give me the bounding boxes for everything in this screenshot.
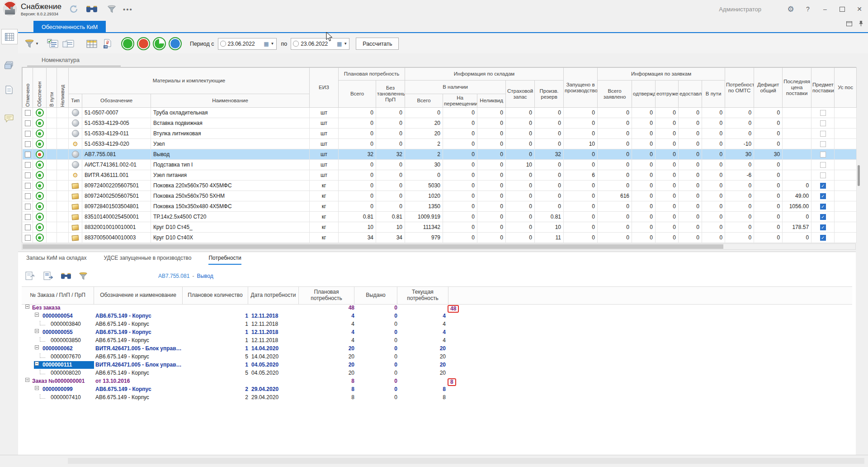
col-header-last-price[interactable]: Последняя цена поставки bbox=[783, 68, 811, 108]
list-item[interactable]: 0000000054АВ6.675.149 - Корпус112.11.201… bbox=[22, 312, 852, 320]
col-header-request-transit[interactable]: В пути bbox=[702, 81, 725, 108]
order-number[interactable]: 0000000055 bbox=[42, 329, 73, 335]
table-row[interactable]: 835101400025450001ТР.14х2.5х4500 СТ20кг0… bbox=[23, 212, 857, 222]
horizontal-scrollbar-thumb[interactable] bbox=[23, 244, 723, 249]
col-header-secured[interactable]: Обеспечен bbox=[33, 68, 47, 108]
settings-gear-icon[interactable]: ⚙ bbox=[782, 2, 799, 16]
col-header-name[interactable]: Наименование bbox=[151, 94, 310, 108]
cell-marked[interactable] bbox=[23, 201, 33, 212]
band-requests-info[interactable]: Информация по заявкам bbox=[598, 68, 725, 81]
cell-marked[interactable] bbox=[23, 108, 33, 118]
row-checkbox[interactable] bbox=[25, 183, 31, 189]
col-header-designation[interactable]: Обозначение bbox=[82, 94, 151, 108]
row-checkbox[interactable] bbox=[25, 152, 31, 157]
tab-obespechennost-kim[interactable]: Обеспеченность КиМ bbox=[33, 21, 106, 33]
subject-checkbox[interactable]: ✓ bbox=[820, 183, 826, 189]
subject-checkbox[interactable]: ✓ bbox=[820, 193, 826, 199]
close-button[interactable]: ✕ bbox=[851, 2, 868, 16]
subject-checkbox[interactable]: ✓ bbox=[820, 214, 826, 220]
cell-subject[interactable]: ✓ bbox=[811, 233, 835, 243]
band-plan-need[interactable]: Плановая потребность bbox=[339, 68, 405, 81]
tab-stocks[interactable]: Запасы КиМ на складах bbox=[26, 255, 86, 265]
list-item[interactable]: 0000003850АВ6.675.149 - Корпус112.11.201… bbox=[22, 337, 852, 345]
order-number[interactable]: 0000000062 bbox=[42, 345, 73, 352]
col-date[interactable]: Дата потребности bbox=[248, 287, 299, 304]
cell-marked[interactable] bbox=[23, 118, 33, 129]
expander-icon[interactable] bbox=[35, 313, 39, 317]
sidebar-item-document[interactable] bbox=[0, 81, 18, 98]
status-filter-unsecured-button[interactable] bbox=[137, 37, 150, 50]
col-header-illiquid2[interactable]: Неликвид bbox=[477, 94, 506, 108]
pin-icon[interactable] bbox=[859, 20, 863, 27]
subject-checkbox[interactable] bbox=[820, 120, 826, 126]
status-filter-secured-button[interactable] bbox=[121, 37, 134, 50]
filter-icon[interactable] bbox=[79, 272, 88, 281]
refresh-icon[interactable] bbox=[67, 3, 80, 15]
minimize-button[interactable]: – bbox=[816, 2, 834, 16]
band-warehouse-info[interactable]: Информация по складам bbox=[405, 68, 564, 81]
table-row[interactable]: 51-0533-4129-011Втулка литниковаяшт00200… bbox=[23, 129, 857, 139]
help-button[interactable]: ? bbox=[799, 2, 816, 16]
vertical-scrollbar-thumb[interactable] bbox=[858, 165, 860, 186]
chevron-down-icon[interactable]: ▼ bbox=[344, 42, 347, 46]
row-checkbox[interactable] bbox=[25, 193, 31, 199]
band-materials[interactable]: Материалы и комплектующие bbox=[69, 68, 310, 94]
period-from-field[interactable]: 23.06.2022 ▦ ▼ bbox=[218, 38, 277, 50]
calendar-icon[interactable]: ▦ bbox=[337, 42, 342, 46]
cell-marked[interactable] bbox=[23, 212, 33, 222]
cell-marked[interactable] bbox=[23, 181, 33, 191]
column-chooser-icon[interactable] bbox=[47, 36, 59, 52]
col-header-deficit[interactable]: Дефицит общий bbox=[754, 68, 783, 108]
cell-subject[interactable] bbox=[811, 129, 835, 139]
footer-scrollbar-track[interactable] bbox=[68, 458, 864, 464]
expander-icon[interactable] bbox=[25, 305, 29, 309]
list-item[interactable]: 0000007410АВ6.675.149 - Корпус229.04.202… bbox=[22, 394, 852, 402]
cell-subject[interactable] bbox=[811, 108, 835, 118]
order-number[interactable]: 0000007410 bbox=[51, 394, 81, 400]
row-checkbox[interactable] bbox=[25, 235, 31, 241]
subject-checkbox[interactable]: ✓ bbox=[820, 204, 826, 210]
order-number[interactable]: 0000003850 bbox=[51, 337, 81, 343]
cell-subject[interactable]: ✓ bbox=[811, 201, 835, 212]
export-doc-icon[interactable] bbox=[24, 271, 35, 281]
table-row[interactable]: 51-0507-0007Труба охладительнаяшт0000000… bbox=[23, 108, 857, 118]
list-item[interactable]: 0000007670АВ6.675.149 - Корпус514.04.202… bbox=[22, 353, 852, 361]
subject-checkbox[interactable] bbox=[820, 131, 826, 137]
subject-checkbox[interactable]: ✓ bbox=[820, 224, 826, 230]
status-filter-partial-button[interactable] bbox=[153, 37, 166, 50]
col-header-in-transit[interactable]: В пути bbox=[47, 68, 57, 108]
cell-marked[interactable] bbox=[23, 222, 33, 233]
chevron-down-icon[interactable]: ▼ bbox=[271, 42, 274, 46]
list-item[interactable]: Заказ №0000000001от 13.10.2016808 bbox=[22, 377, 852, 386]
col-header-prod-reserve[interactable]: Произв. резерв bbox=[535, 81, 564, 108]
order-number[interactable]: 0000008020 bbox=[51, 370, 81, 376]
table-row[interactable]: 809728401503504801Поковка 150x350x480 4Х… bbox=[23, 201, 857, 212]
order-number[interactable]: 0000000099 bbox=[42, 386, 73, 392]
col-header-not-delivered[interactable]: едоставлен bbox=[679, 81, 702, 108]
row-checkbox[interactable] bbox=[25, 172, 31, 178]
subject-checkbox[interactable] bbox=[820, 141, 826, 147]
col-issued[interactable]: Выдано bbox=[354, 287, 397, 304]
sidebar-item-stack[interactable] bbox=[0, 57, 18, 73]
col-header-type[interactable]: Тип bbox=[69, 94, 82, 108]
col-plan-qty[interactable]: Плановое количество bbox=[183, 287, 248, 304]
tab-launched[interactable]: УДСЕ запущенные в производство bbox=[104, 255, 191, 265]
subject-checkbox[interactable] bbox=[820, 172, 826, 178]
list-item[interactable]: Без заказа48048 bbox=[22, 304, 852, 312]
filter-icon[interactable] bbox=[105, 3, 118, 15]
expander-icon[interactable] bbox=[35, 386, 39, 390]
order-number[interactable]: 0000007670 bbox=[51, 353, 81, 360]
sidebar-item-chat[interactable] bbox=[0, 110, 18, 127]
row-checkbox[interactable] bbox=[25, 224, 31, 230]
cell-marked[interactable] bbox=[23, 191, 33, 201]
cell-subject[interactable] bbox=[811, 170, 835, 181]
row-checkbox[interactable] bbox=[25, 141, 31, 147]
tab-needs[interactable]: Потребности bbox=[208, 255, 241, 265]
cell-marked[interactable] bbox=[23, 170, 33, 181]
cell-subject[interactable] bbox=[811, 139, 835, 149]
sidebar-item-grid[interactable] bbox=[1, 29, 18, 44]
col-order-no[interactable]: № Заказа / ПлП / ПрП bbox=[22, 287, 94, 304]
list-item[interactable]: 0000000055АВ6.675.149 - Корпус112.11.201… bbox=[22, 329, 852, 337]
expander-icon[interactable] bbox=[35, 345, 39, 349]
subject-checkbox[interactable] bbox=[820, 152, 826, 157]
